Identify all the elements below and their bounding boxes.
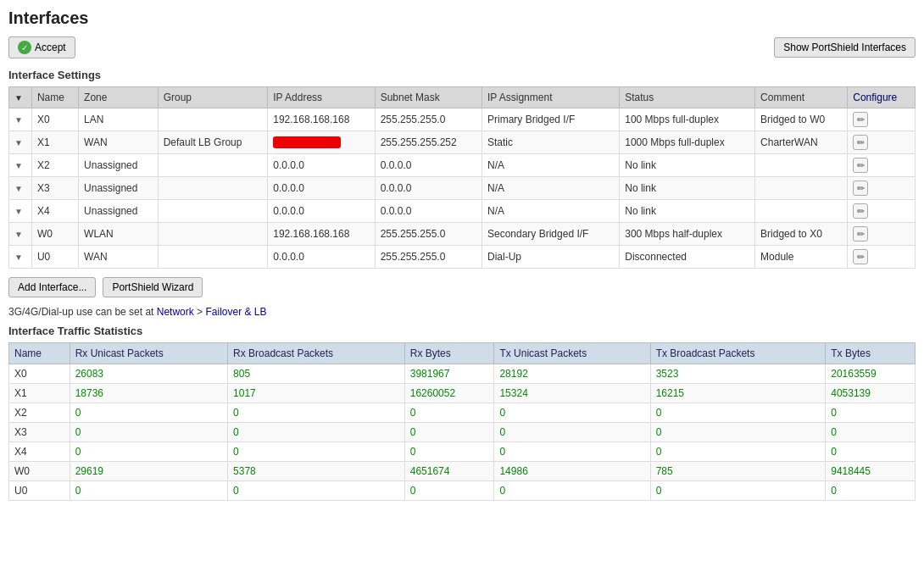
edit-icon[interactable]: ✏ (853, 249, 868, 264)
expand-cell: ▼ (9, 108, 32, 131)
configure-cell: ✏ (848, 108, 916, 131)
edit-icon[interactable]: ✏ (853, 158, 868, 173)
show-portshield-button[interactable]: Show PortShield Interfaces (774, 37, 916, 58)
edit-icon[interactable]: ✏ (853, 203, 868, 219)
rx-unicast-cell: 26083 (70, 364, 227, 384)
failover-lb-link[interactable]: Failover & LB (205, 306, 266, 318)
stats-col-rx-bytes: Rx Bytes (404, 343, 494, 364)
tx-bytes-cell: 0 (826, 423, 916, 442)
ip-address-cell (273, 136, 341, 148)
stats-col-tx-bytes: Tx Bytes (826, 343, 916, 364)
comment-cell: Module (755, 246, 848, 269)
accept-button[interactable]: ✓ Accept (8, 36, 75, 58)
edit-icon[interactable]: ✏ (853, 181, 868, 196)
rx-broadcast-cell: 1017 (228, 384, 405, 403)
zone-cell: Unassigned (79, 154, 159, 177)
edit-icon[interactable]: ✏ (853, 112, 868, 127)
rx-unicast-cell: 0 (70, 442, 227, 462)
toolbar: ✓ Accept Show PortShield Interfaces (8, 36, 916, 58)
ip-address-cell: 0.0.0.0 (268, 246, 375, 269)
group-cell (158, 246, 268, 269)
status-cell: No link (620, 154, 755, 177)
tx-broadcast-cell: 785 (650, 462, 826, 481)
table-row: X4 0 0 0 0 0 0 (9, 442, 916, 462)
rx-bytes-cell: 0 (404, 442, 494, 462)
tx-broadcast-cell: 0 (650, 481, 826, 501)
edit-icon[interactable]: ✏ (853, 226, 868, 242)
tx-unicast-cell: 0 (494, 403, 650, 423)
ip-address-cell: 0.0.0.0 (273, 251, 304, 263)
stats-col-tx-broadcast: Tx Broadcast Packets (650, 343, 826, 364)
rx-broadcast-cell: 0 (228, 403, 405, 423)
expand-cell: ▼ (9, 200, 32, 223)
name-cell: X4 (31, 200, 78, 223)
comment-cell (755, 177, 848, 200)
ip-address-cell: 0.0.0.0 (268, 200, 375, 223)
name-cell: X2 (31, 154, 78, 177)
stats-col-tx-unicast: Tx Unicast Packets (494, 343, 650, 364)
stats-name-cell: X1 (9, 384, 70, 403)
configure-cell: ✏ (848, 131, 916, 154)
configure-cell: ✏ (848, 246, 916, 269)
table-row: ▼ X4 Unassigned 0.0.0.0 0.0.0.0 N/A No l… (9, 200, 916, 223)
chevron-icon: ▼ (14, 207, 23, 216)
table-row: ▼ U0 WAN 0.0.0.0 255.255.255.0 Dial-Up D… (9, 246, 916, 269)
chevron-icon: ▼ (14, 253, 23, 262)
rx-bytes-cell: 0 (404, 423, 494, 442)
edit-icon[interactable]: ✏ (853, 135, 868, 150)
configure-cell: ✏ (848, 200, 916, 223)
expand-cell: ▼ (9, 131, 32, 154)
col-status[interactable]: Status (620, 87, 755, 108)
interface-settings-title: Interface Settings (8, 69, 916, 81)
tx-broadcast-cell: 3523 (650, 364, 826, 384)
col-zone[interactable]: Zone (79, 87, 159, 108)
expand-cell: ▼ (9, 154, 32, 177)
table-row: ▼ X1 WAN Default LB Group 255.255.255.25… (9, 131, 916, 154)
stats-name-cell: U0 (9, 481, 70, 501)
table-row: ▼ X0 LAN 192.168.168.168 255.255.255.0 P… (9, 108, 916, 131)
subnet-mask-cell: 0.0.0.0 (375, 154, 481, 177)
chevron-icon: ▼ (14, 230, 23, 239)
tx-unicast-cell: 28192 (494, 364, 650, 384)
tx-unicast-cell: 14986 (494, 462, 650, 481)
add-interface-button[interactable]: Add Interface... (8, 277, 96, 297)
col-comment[interactable]: Comment (755, 87, 848, 108)
stats-name-cell: X0 (9, 364, 70, 384)
group-cell (158, 200, 268, 223)
ip-address-cell: 0.0.0.0 (268, 154, 375, 177)
status-cell: No link (620, 200, 755, 223)
rx-broadcast-cell: 0 (228, 423, 405, 442)
tx-broadcast-cell: 0 (650, 442, 826, 462)
stats-name-cell: X4 (9, 442, 70, 462)
comment-cell: Bridged to X0 (755, 223, 848, 246)
tx-bytes-cell: 0 (826, 403, 916, 423)
col-expand: ▼ (9, 87, 32, 108)
comment-cell (755, 200, 848, 223)
portshield-wizard-button[interactable]: PortShield Wizard (103, 277, 203, 297)
expand-cell: ▼ (9, 223, 32, 246)
network-link[interactable]: Network (157, 306, 194, 318)
subnet-mask-cell: 255.255.255.0 (375, 246, 481, 269)
col-group[interactable]: Group (158, 87, 268, 108)
name-cell: X0 (31, 108, 78, 131)
stats-name-cell: W0 (9, 462, 70, 481)
stats-col-name: Name (9, 343, 70, 364)
col-ip-assignment[interactable]: IP Assignment (481, 87, 619, 108)
col-ip-address[interactable]: IP Address (268, 87, 375, 108)
table-row: X1 18736 1017 16260052 15324 16215 40531… (9, 384, 916, 403)
tx-unicast-cell: 0 (494, 423, 650, 442)
status-cell: Disconnected (620, 246, 755, 269)
status-cell: 100 Mbps full-duplex (620, 108, 755, 131)
subnet-mask-cell: 0.0.0.0 (375, 200, 481, 223)
rx-bytes-cell: 3981967 (404, 364, 494, 384)
col-subnet-mask[interactable]: Subnet Mask (375, 87, 481, 108)
rx-bytes-cell: 0 (404, 403, 494, 423)
col-name[interactable]: Name (31, 87, 78, 108)
main-page: Interfaces ✓ Accept Show PortShield Inte… (0, 0, 924, 561)
traffic-stats-title: Interface Traffic Statistics (8, 325, 916, 337)
zone-cell: Unassigned (79, 177, 159, 200)
col-configure[interactable]: Configure (848, 87, 916, 108)
tx-unicast-cell: 0 (494, 442, 650, 462)
stats-name-cell: X2 (9, 403, 70, 423)
expand-cell: ▼ (9, 177, 32, 200)
